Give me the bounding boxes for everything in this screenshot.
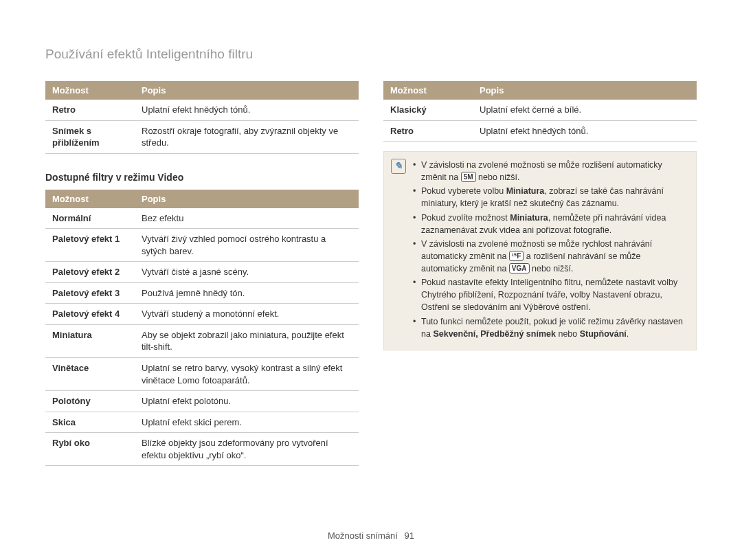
table-video: Možnost Popis NormálníBez efektuPaletový…: [45, 190, 359, 467]
cell-desc: Uplatní efekt černé a bílé.: [473, 100, 697, 120]
th-desc: Popis: [135, 190, 359, 208]
footer-page-number: 91: [405, 530, 414, 541]
cell-desc: Vytváří čisté a jasné scény.: [135, 262, 359, 283]
page-footer: Možnosti snímání 91: [0, 530, 742, 541]
table-row: Paletový efekt 2Vytváří čisté a jasné sc…: [45, 262, 359, 283]
cell-desc: Rozostří okraje fotografií, aby zvýrazni…: [135, 120, 359, 153]
th-desc: Popis: [135, 81, 359, 100]
table-row: PolotónyUplatní efekt polotónu.: [45, 391, 359, 412]
table-row: RetroUplatní efekt hnědých tónů.: [383, 120, 697, 142]
cell-option: Paletový efekt 1: [45, 229, 135, 262]
table-row: KlasickýUplatní efekt černé a bílé.: [383, 100, 697, 120]
note-item: V závislosti na zvolené možnosti se může…: [413, 238, 688, 275]
table-row: VinětaceUplatní se retro barvy, vysoký k…: [45, 358, 359, 391]
cell-option: Paletový efekt 3: [45, 282, 135, 304]
note-item: Pokud nastavíte efekty Inteligentního fi…: [413, 276, 688, 313]
cell-option: Vinětace: [45, 358, 135, 391]
th-option: Možnost: [45, 190, 135, 208]
cell-option: Paletový efekt 4: [45, 304, 135, 325]
table-row: Paletový efekt 4Vytváří studený a monotó…: [45, 304, 359, 325]
note-item: Tuto funkci nemůžete použít, pokud je vo…: [413, 315, 688, 340]
table-row: Paletový efekt 3Používá jemně hnědý tón.: [45, 282, 359, 304]
badge-vga: VGA: [509, 263, 530, 273]
cell-option: Retro: [45, 100, 135, 120]
note-box: ✎ V závislosti na zvolené možnosti se mů…: [383, 151, 697, 350]
cell-desc: Uplatní efekt hnědých tónů.: [135, 100, 359, 120]
cell-option: Rybí oko: [45, 433, 135, 466]
table-row: SkicaUplatní efekt skici perem.: [45, 412, 359, 433]
cell-desc: Vytváří živý vzhled pomocí ostrého kontr…: [135, 229, 359, 262]
cell-desc: Uplatní efekt hnědých tónů.: [473, 120, 697, 142]
th-option: Možnost: [45, 81, 135, 100]
table-row: RetroUplatní efekt hnědých tónů.: [45, 100, 359, 120]
th-option: Možnost: [383, 81, 473, 100]
th-desc: Popis: [473, 81, 697, 100]
note-item: V závislosti na zvolené možnosti se může…: [413, 159, 688, 183]
cell-desc: Používá jemně hnědý tón.: [135, 282, 359, 304]
cell-option: Paletový efekt 2: [45, 262, 135, 283]
table-top-left: Možnost Popis RetroUplatní efekt hnědých…: [45, 81, 359, 154]
right-column: Možnost Popis KlasickýUplatní efekt čern…: [383, 81, 697, 466]
page-title: Používání efektů Inteligentního filtru: [45, 47, 697, 62]
cell-desc: Uplatní efekt polotónu.: [135, 391, 359, 412]
cell-option: Retro: [383, 120, 473, 142]
left-column: Možnost Popis RetroUplatní efekt hnědých…: [45, 81, 359, 466]
cell-desc: Blízké objekty jsou zdeformovány pro vyt…: [135, 433, 359, 466]
cell-option: Normální: [45, 208, 135, 229]
badge-fps: ¹⁵F: [509, 251, 524, 261]
table-row: NormálníBez efektu: [45, 208, 359, 229]
note-item: Pokud zvolíte možnost Miniatura, nemůžet…: [413, 212, 688, 236]
cell-desc: Aby se objekt zobrazil jako miniatura, p…: [135, 324, 359, 357]
footer-section: Možnosti snímání: [328, 530, 398, 541]
cell-option: Klasický: [383, 100, 473, 120]
table-row: Paletový efekt 1Vytváří živý vzhled pomo…: [45, 229, 359, 262]
note-list: V závislosti na zvolené možnosti se může…: [413, 159, 688, 341]
cell-desc: Vytváří studený a monotónní efekt.: [135, 304, 359, 325]
table-row: Rybí okoBlízké objekty jsou zdeformovány…: [45, 433, 359, 466]
cell-desc: Uplatní efekt skici perem.: [135, 412, 359, 433]
cell-option: Skica: [45, 412, 135, 433]
cell-option: Polotóny: [45, 391, 135, 412]
cell-desc: Uplatní se retro barvy, vysoký kontrast …: [135, 358, 359, 391]
subhead-video: Dostupné filtry v režimu Video: [45, 172, 359, 183]
table-top-right: Možnost Popis KlasickýUplatní efekt čern…: [383, 81, 697, 142]
cell-option: Miniatura: [45, 324, 135, 357]
table-row: MiniaturaAby se objekt zobrazil jako min…: [45, 324, 359, 357]
note-icon: ✎: [391, 159, 406, 174]
table-row: Snímek s přiblíženímRozostří okraje foto…: [45, 120, 359, 153]
cell-option: Snímek s přiblížením: [45, 120, 135, 153]
cell-desc: Bez efektu: [135, 208, 359, 229]
note-item: Pokud vyberete volbu Miniatura, zobrazí …: [413, 185, 688, 210]
badge-5m: 5M: [461, 172, 476, 182]
